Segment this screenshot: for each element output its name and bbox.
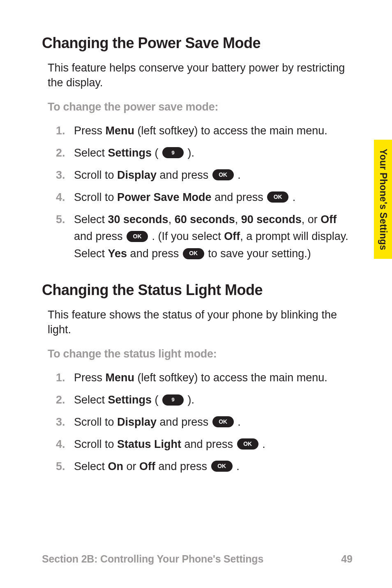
text: Scroll to	[74, 169, 117, 181]
steps-status-light: 1. Press Menu (left softkey) to access t…	[56, 369, 353, 475]
text: or	[123, 460, 139, 473]
text: and press	[181, 438, 236, 450]
step-content: Scroll to Status Light and press OK .	[74, 436, 353, 453]
text: (	[152, 394, 161, 406]
text: and press	[155, 460, 210, 473]
step-number: 4.	[56, 436, 74, 453]
bold-text: Display	[117, 416, 157, 428]
step-content: Press Menu (left softkey) to access the …	[74, 369, 353, 387]
text: (left softkey) to access the main menu.	[134, 371, 327, 384]
step-content: Scroll to Display and press OK .	[74, 167, 353, 184]
page-number: 49	[341, 553, 353, 565]
list-item: 1. Press Menu (left softkey) to access t…	[56, 122, 353, 140]
list-item: 3. Scroll to Display and press OK .	[56, 167, 353, 184]
bold-text: Off	[139, 460, 155, 473]
footer-section-label: Section 2B: Controlling Your Phone's Set…	[42, 553, 263, 565]
text: ,	[235, 213, 241, 226]
key-ok-icon: OK	[212, 169, 234, 180]
steps-power-save: 1. Press Menu (left softkey) to access t…	[56, 122, 353, 263]
text: Press	[74, 371, 106, 384]
text: ).	[184, 394, 194, 406]
step-number: 1.	[56, 369, 74, 387]
bold-text: 30 seconds	[108, 213, 168, 226]
heading-status-light: Changing the Status Light Mode	[42, 281, 353, 299]
key-9-icon: 9	[162, 394, 184, 406]
list-item: 3. Scroll to Display and press OK .	[56, 414, 353, 431]
list-item: 5. Select 30 seconds, 60 seconds, 90 sec…	[56, 211, 353, 263]
bold-text: 90 seconds	[241, 213, 302, 226]
step-content: Scroll to Power Save Mode and press OK .	[74, 189, 353, 206]
text: and press	[127, 247, 182, 260]
text: . (If you select	[149, 230, 224, 242]
text: .	[235, 169, 241, 181]
bold-text: Display	[117, 169, 157, 181]
step-number: 2.	[56, 145, 74, 162]
text: .	[235, 416, 241, 428]
text: to save your setting.)	[205, 247, 311, 260]
step-content: Select Settings ( 9 ).	[74, 145, 353, 162]
step-number: 4.	[56, 189, 74, 206]
step-content: Press Menu (left softkey) to access the …	[74, 122, 353, 140]
step-number: 2.	[56, 392, 74, 409]
step-number: 5.	[56, 458, 74, 475]
step-number: 1.	[56, 122, 74, 140]
side-tab-label: Your Phone's Settings	[378, 149, 389, 250]
side-tab: Your Phone's Settings	[374, 140, 392, 259]
text: (left softkey) to access the main menu.	[134, 125, 327, 137]
step-content: Select Settings ( 9 ).	[74, 392, 353, 409]
text: .	[289, 191, 295, 203]
text: Scroll to	[74, 416, 117, 428]
bold-text: Power Save Mode	[117, 191, 212, 203]
heading-power-save: Changing the Power Save Mode	[42, 35, 353, 52]
text: Select	[74, 460, 108, 473]
text: ,	[168, 213, 175, 226]
bold-text: Yes	[108, 247, 127, 260]
bold-text: Menu	[106, 371, 135, 384]
text: .	[259, 438, 265, 450]
list-item: 4. Scroll to Status Light and press OK .	[56, 436, 353, 453]
key-ok-icon: OK	[267, 191, 288, 203]
bold-text: On	[108, 460, 124, 473]
list-item: 1. Press Menu (left softkey) to access t…	[56, 369, 353, 387]
intro-status-light: This feature shows the status of your ph…	[48, 308, 353, 337]
key-ok-icon: OK	[212, 416, 234, 427]
intro-power-save: This feature helps conserve your battery…	[48, 61, 353, 90]
text: Press	[74, 125, 106, 137]
text: and press	[157, 169, 212, 181]
text: and press	[212, 191, 267, 203]
text: ).	[184, 147, 194, 159]
list-item: 2. Select Settings ( 9 ).	[56, 145, 353, 162]
key-9-icon: 9	[162, 147, 184, 158]
list-item: 4. Scroll to Power Save Mode and press O…	[56, 189, 353, 206]
bold-text: Off	[321, 213, 337, 226]
bold-text: Settings	[108, 394, 152, 406]
text: and press	[157, 416, 212, 428]
key-ok-icon: OK	[211, 461, 233, 472]
bold-text: Settings	[108, 147, 152, 159]
step-number: 3.	[56, 167, 74, 184]
bold-text: 60 seconds	[175, 213, 235, 226]
bold-text: Off	[224, 230, 240, 242]
list-item: 2. Select Settings ( 9 ).	[56, 392, 353, 409]
text: .	[233, 460, 240, 473]
subhead-power-save: To change the power save mode:	[48, 101, 353, 113]
text: Select	[74, 147, 108, 159]
step-content: Select 30 seconds, 60 seconds, 90 second…	[74, 211, 353, 263]
step-content: Select On or Off and press OK .	[74, 458, 353, 475]
text: Select	[74, 394, 108, 406]
text: Select	[74, 213, 108, 226]
text: Scroll to	[74, 191, 117, 203]
text: and press	[74, 230, 126, 242]
key-ok-icon: OK	[127, 231, 148, 242]
subhead-status-light: To change the status light mode:	[48, 348, 353, 360]
key-ok-icon: OK	[183, 248, 204, 259]
step-number: 3.	[56, 414, 74, 431]
page-footer: Section 2B: Controlling Your Phone's Set…	[42, 553, 353, 565]
key-ok-icon: OK	[237, 438, 258, 450]
page-content: Changing the Power Save Mode This featur…	[0, 0, 392, 519]
text: Scroll to	[74, 438, 117, 450]
bold-text: Status Light	[117, 438, 181, 450]
text: (	[152, 147, 161, 159]
bold-text: Menu	[106, 125, 135, 137]
list-item: 5. Select On or Off and press OK .	[56, 458, 353, 475]
